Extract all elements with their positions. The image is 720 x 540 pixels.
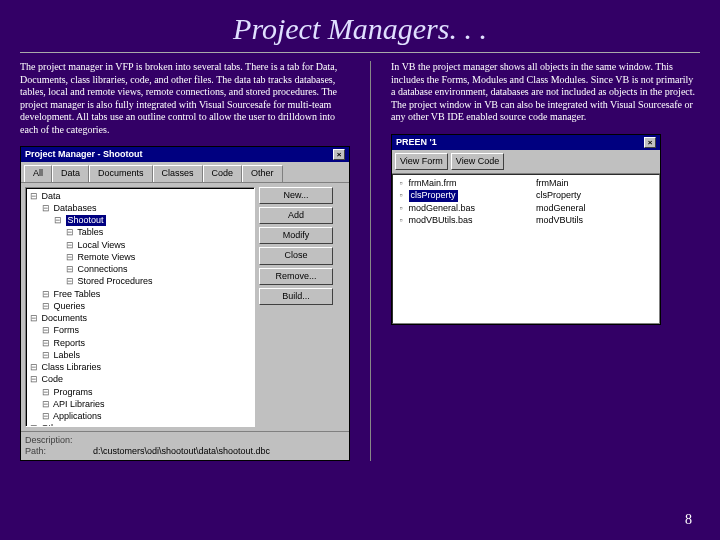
path-label: Path: <box>25 446 85 457</box>
vfp-button-column: New...AddModifyCloseRemove...Build... <box>259 187 333 427</box>
tree-item[interactable]: ⊟ Shootout <box>29 215 251 227</box>
list-item[interactable]: ▫ clsPropertyclsProperty <box>396 190 656 201</box>
vfp-build-button[interactable]: Build... <box>259 288 333 305</box>
tree-item[interactable]: ⊟ Stored Procedures <box>29 276 251 288</box>
vfp-add-button[interactable]: Add <box>259 207 333 224</box>
tree-item[interactable]: ⊟ Connections <box>29 264 251 276</box>
desc-label: Description: <box>25 435 85 446</box>
page-number: 8 <box>685 512 692 528</box>
vfp-tabs: AllDataDocumentsClassesCodeOther <box>21 162 349 182</box>
vfp-new-button[interactable]: New... <box>259 187 333 204</box>
right-column: In VB the project manager shows all obje… <box>391 61 700 461</box>
tree-item[interactable]: ⊟ Free Tables <box>29 289 251 301</box>
vfp-tree[interactable]: ⊟ Data⊟ Databases⊟ Shootout⊟ Tables⊟ Loc… <box>25 187 255 427</box>
vfp-tab-other[interactable]: Other <box>242 165 283 181</box>
tree-item[interactable]: ⊟ Local Views <box>29 240 251 252</box>
tree-item[interactable]: ⊟ Labels <box>29 350 251 362</box>
tree-item[interactable]: ⊟ Code <box>29 374 251 386</box>
vfp-window-title: Project Manager - Shootout <box>25 149 143 160</box>
vb-titlebar: PREEN '1 × <box>392 135 660 150</box>
vb-window-title: PREEN '1 <box>396 137 437 148</box>
tree-item[interactable]: ⊟ Reports <box>29 338 251 350</box>
vfp-titlebar: Project Manager - Shootout × <box>21 147 349 162</box>
vfp-project-manager-window: Project Manager - Shootout × AllDataDocu… <box>20 146 350 461</box>
vfp-remove-button[interactable]: Remove... <box>259 268 333 285</box>
tree-item[interactable]: ⊟ Databases <box>29 203 251 215</box>
two-column-layout: The project manager in VFP is broken int… <box>0 61 720 461</box>
vb-object-list[interactable]: ▫ frmMain.frmfrmMain▫ clsPropertyclsProp… <box>392 174 660 324</box>
tree-item[interactable]: ⊟ API Libraries <box>29 399 251 411</box>
view-form-button[interactable]: View Form <box>395 153 448 170</box>
tree-item[interactable]: ⊟ Data <box>29 191 251 203</box>
path-value: d:\customers\odi\shootout\data\shootout.… <box>93 446 270 457</box>
list-item[interactable]: ▫ modGeneral.basmodGeneral <box>396 203 656 214</box>
tree-item[interactable]: ⊟ Documents <box>29 313 251 325</box>
window-buttons: × <box>644 137 656 148</box>
vb-toolbar: View Form View Code <box>392 150 660 174</box>
vfp-tab-all[interactable]: All <box>24 165 52 181</box>
vfp-close-button[interactable]: Close <box>259 247 333 264</box>
vfp-tab-data[interactable]: Data <box>52 165 89 181</box>
window-buttons: × <box>333 149 345 160</box>
tree-item[interactable]: ⊟ Remote Views <box>29 252 251 264</box>
column-separator <box>370 61 371 461</box>
divider <box>20 52 700 53</box>
tree-item[interactable]: ⊟ Class Libraries <box>29 362 251 374</box>
tree-item[interactable]: ⊟ Programs <box>29 387 251 399</box>
vfp-footer: Description: Path: d:\customers\odi\shoo… <box>21 431 349 461</box>
list-item[interactable]: ▫ frmMain.frmfrmMain <box>396 178 656 189</box>
left-column: The project manager in VFP is broken int… <box>20 61 350 461</box>
close-icon[interactable]: × <box>333 149 345 160</box>
vfp-tab-classes[interactable]: Classes <box>153 165 203 181</box>
tree-item[interactable]: ⊟ Tables <box>29 227 251 239</box>
view-code-button[interactable]: View Code <box>451 153 504 170</box>
close-icon[interactable]: × <box>644 137 656 148</box>
tree-item[interactable]: ⊟ Queries <box>29 301 251 313</box>
vfp-description: The project manager in VFP is broken int… <box>20 61 350 136</box>
tree-item[interactable]: ⊟ Forms <box>29 325 251 337</box>
tree-item[interactable]: ⊟ Other <box>29 423 251 426</box>
list-item[interactable]: ▫ modVBUtils.basmodVBUtils <box>396 215 656 226</box>
vfp-modify-button[interactable]: Modify <box>259 227 333 244</box>
slide-title: Project Managers. . . <box>0 0 720 52</box>
vb-description: In VB the project manager shows all obje… <box>391 61 700 124</box>
tree-item[interactable]: ⊟ Applications <box>29 411 251 423</box>
vb-project-window: PREEN '1 × View Form View Code ▫ frmMain… <box>391 134 661 326</box>
vfp-tab-code[interactable]: Code <box>203 165 243 181</box>
vfp-tab-documents[interactable]: Documents <box>89 165 153 181</box>
